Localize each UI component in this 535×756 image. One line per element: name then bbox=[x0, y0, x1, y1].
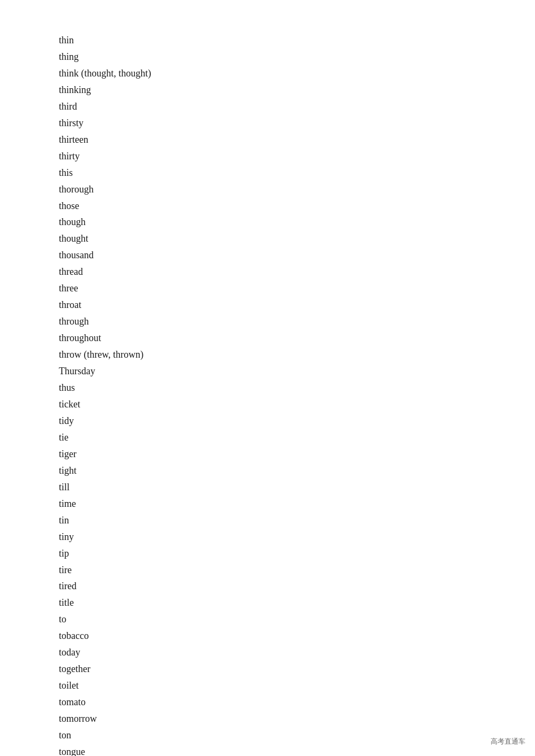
list-item: tire bbox=[59, 562, 535, 578]
list-item: title bbox=[59, 595, 535, 611]
list-item: three bbox=[59, 280, 535, 297]
list-item: thread bbox=[59, 264, 535, 280]
list-item: thinking bbox=[59, 82, 535, 98]
list-item: time bbox=[59, 496, 535, 512]
list-item: to bbox=[59, 611, 535, 628]
list-item: tight bbox=[59, 462, 535, 479]
list-item: third bbox=[59, 98, 535, 115]
list-item: tired bbox=[59, 578, 535, 595]
list-item: thin bbox=[59, 32, 535, 49]
list-item: throat bbox=[59, 297, 535, 313]
list-item: though bbox=[59, 214, 535, 230]
list-item: thorough bbox=[59, 181, 535, 198]
list-item: tongue bbox=[59, 744, 535, 756]
list-item: tie bbox=[59, 429, 535, 446]
list-item: tiny bbox=[59, 529, 535, 545]
list-item: thing bbox=[59, 49, 535, 65]
list-item: throughout bbox=[59, 330, 535, 346]
list-item: till bbox=[59, 479, 535, 496]
list-item: thought bbox=[59, 230, 535, 247]
list-item: thirsty bbox=[59, 115, 535, 132]
list-item: ton bbox=[59, 727, 535, 744]
list-item: those bbox=[59, 198, 535, 214]
list-item: throw (threw, thrown) bbox=[59, 346, 535, 363]
watermark: 高考直通车 bbox=[491, 737, 525, 746]
list-item: this bbox=[59, 165, 535, 181]
list-item: tomorrow bbox=[59, 711, 535, 727]
list-item: together bbox=[59, 661, 535, 677]
list-item: thus bbox=[59, 380, 535, 396]
list-item: thirty bbox=[59, 148, 535, 165]
list-item: tomato bbox=[59, 694, 535, 711]
list-item: thousand bbox=[59, 247, 535, 264]
list-item: think (thought, thought) bbox=[59, 65, 535, 82]
list-item: tiger bbox=[59, 446, 535, 462]
word-list: thinthingthink (thought, thought)thinkin… bbox=[0, 0, 535, 756]
list-item: Thursday bbox=[59, 363, 535, 380]
list-item: toilet bbox=[59, 677, 535, 694]
list-item: today bbox=[59, 644, 535, 661]
list-item: tidy bbox=[59, 413, 535, 429]
list-item: through bbox=[59, 313, 535, 330]
list-item: tobacco bbox=[59, 628, 535, 644]
list-item: tip bbox=[59, 545, 535, 562]
list-item: tin bbox=[59, 512, 535, 529]
list-item: thirteen bbox=[59, 132, 535, 148]
list-item: ticket bbox=[59, 396, 535, 413]
